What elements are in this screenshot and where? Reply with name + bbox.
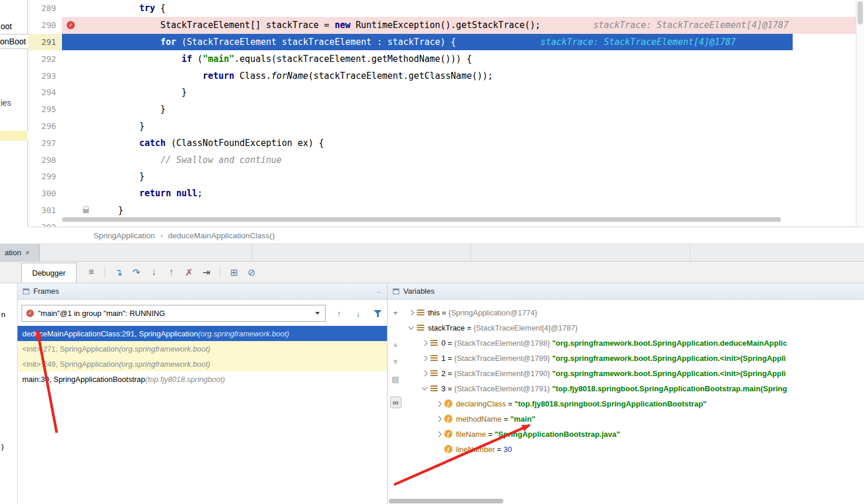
code-text[interactable]: if ("main".equals(stackTraceElement.getM… bbox=[97, 50, 864, 67]
frame-row[interactable]: main:30, SpringApplicationBootstrap (top… bbox=[18, 371, 387, 387]
code-text[interactable]: } bbox=[97, 202, 864, 219]
code-text[interactable]: } bbox=[97, 168, 864, 185]
code-text[interactable]: return null; bbox=[97, 185, 864, 202]
project-tree-fragment: oot bbox=[1, 22, 12, 31]
line-number[interactable]: 294 bbox=[28, 84, 62, 101]
gutter-cell[interactable] bbox=[62, 50, 97, 67]
run-to-cursor-icon[interactable]: ⇥ bbox=[199, 265, 214, 279]
code-segment: for bbox=[160, 37, 176, 47]
variable-row[interactable]: fdeclaringClass = "top.fjy8018.springboo… bbox=[403, 396, 864, 411]
line-number[interactable]: 290 bbox=[28, 17, 62, 34]
thread-selector[interactable]: "main"@1 in group "main": RUNNING bbox=[22, 305, 326, 322]
code-row-bg: return Class.forName(stackTraceElement.g… bbox=[62, 67, 864, 84]
breadcrumb-item[interactable]: SpringApplication bbox=[94, 231, 155, 240]
variable-row[interactable]: 2 = {StackTraceElement@1790} "org.spring… bbox=[403, 366, 864, 381]
chevron-right-icon[interactable] bbox=[422, 370, 428, 376]
code-text[interactable]: StackTraceElement[] stackTrace = new Run… bbox=[97, 17, 864, 34]
line-number[interactable]: 301 bbox=[28, 202, 62, 219]
hide-panel-icon[interactable] bbox=[374, 287, 382, 296]
line-number[interactable]: 293 bbox=[28, 67, 62, 84]
variable-row[interactable]: 1 = {StackTraceElement@1789} "org.spring… bbox=[403, 350, 864, 366]
gutter-cell[interactable] bbox=[62, 101, 97, 118]
line-number[interactable]: 291 bbox=[28, 34, 62, 51]
view-breakpoints-icon[interactable]: ⊞ bbox=[226, 265, 241, 279]
variable-row[interactable]: flineNumber = 30 bbox=[403, 442, 864, 457]
scroll-up-icon[interactable]: ▲ bbox=[390, 338, 402, 350]
code-text[interactable]: } bbox=[97, 84, 864, 101]
line-number[interactable]: 296 bbox=[28, 118, 62, 135]
drop-frame-icon[interactable]: ✗ bbox=[181, 265, 196, 279]
breakpoint-verified-icon[interactable]: ✓ bbox=[67, 21, 75, 29]
frame-row[interactable]: <init>:271, SpringApplication (org.sprin… bbox=[18, 341, 387, 356]
copy-frames-icon[interactable]: ▤ bbox=[390, 373, 402, 385]
code-text[interactable]: return Class.forName(stackTraceElement.g… bbox=[97, 67, 864, 84]
chevron-right-icon[interactable] bbox=[422, 340, 428, 346]
chevron-right-icon[interactable] bbox=[436, 416, 442, 422]
variable-row[interactable]: this = {SpringApplication@1774} bbox=[403, 305, 864, 320]
chevron-down-icon[interactable] bbox=[422, 385, 428, 391]
scrollbar-thumb[interactable] bbox=[858, 1, 863, 25]
code-text[interactable]: try { bbox=[97, 0, 864, 17]
step-into-icon[interactable]: ↓ bbox=[146, 265, 161, 279]
gutter-cell[interactable] bbox=[62, 151, 97, 168]
scrollbar-thumb[interactable] bbox=[62, 217, 781, 222]
gutter-cell[interactable] bbox=[62, 168, 97, 185]
variable-row[interactable]: 3 = {StackTraceElement@1791} "top.fjy801… bbox=[403, 381, 864, 396]
mute-breakpoints-icon[interactable]: ⊘ bbox=[244, 265, 259, 279]
variable-name: declaringClass bbox=[456, 399, 506, 408]
line-number[interactable]: 295 bbox=[28, 101, 62, 118]
add-icon[interactable]: + bbox=[390, 307, 402, 318]
variable-row[interactable]: fmethodName = "main" bbox=[403, 411, 864, 426]
toolwindow-tab[interactable]: ation × bbox=[0, 244, 40, 261]
line-number[interactable]: 289 bbox=[28, 0, 62, 17]
gutter-cell[interactable] bbox=[62, 67, 97, 84]
gutter-cell[interactable] bbox=[62, 134, 97, 151]
gutter-cell[interactable]: ✓ bbox=[62, 17, 97, 34]
code-text[interactable]: catch (ClassNotFoundException ex) { bbox=[97, 134, 864, 151]
chevron-right-icon[interactable] bbox=[436, 431, 442, 437]
code-editor[interactable]: 289 try {290✓ StackTraceElement[] stackT… bbox=[28, 0, 864, 227]
variable-row[interactable]: ffileName = "SpringApplicationBootstrap.… bbox=[403, 426, 864, 442]
show-execution-point-icon[interactable]: ↴ bbox=[111, 265, 126, 279]
editor-vertical-scrollbar[interactable] bbox=[856, 0, 864, 227]
line-number[interactable]: 298 bbox=[28, 151, 62, 168]
step-out-icon[interactable]: ↑ bbox=[164, 265, 179, 279]
breadcrumb-item[interactable]: deduceMainApplicationClass() bbox=[168, 231, 275, 240]
chevron-right-icon[interactable] bbox=[422, 355, 428, 361]
watch-return-values-icon[interactable]: ∞ bbox=[390, 397, 402, 408]
scroll-down-icon[interactable]: ▼ bbox=[390, 356, 402, 367]
gutter-cell[interactable] bbox=[62, 84, 97, 101]
settings-menu-icon[interactable]: ≡ bbox=[84, 265, 99, 279]
close-icon[interactable]: × bbox=[25, 248, 30, 257]
variable-row[interactable]: stackTrace = {StackTraceElement[4]@1787} bbox=[403, 320, 864, 335]
frame-row[interactable]: deduceMainApplicationClass:291, SpringAp… bbox=[18, 326, 387, 341]
line-number[interactable]: 302 bbox=[28, 218, 62, 227]
chevron-right-icon[interactable] bbox=[436, 401, 442, 406]
chevron-right-icon[interactable] bbox=[409, 310, 414, 315]
frame-down-icon[interactable]: ↓ bbox=[351, 307, 365, 321]
line-number[interactable]: 297 bbox=[28, 134, 62, 151]
filter-icon[interactable] bbox=[374, 309, 382, 318]
step-over-icon[interactable]: ↷ bbox=[129, 265, 144, 279]
gutter-cell[interactable] bbox=[62, 118, 97, 135]
chevron-down-icon[interactable] bbox=[409, 324, 414, 330]
line-number[interactable]: 292 bbox=[28, 50, 62, 67]
gutter-cell[interactable] bbox=[62, 34, 97, 51]
line-number[interactable]: 299 bbox=[28, 168, 62, 185]
gutter-cell[interactable] bbox=[62, 202, 97, 219]
code-text[interactable]: } bbox=[97, 118, 864, 135]
code-text[interactable]: // Swallow and continue bbox=[97, 151, 864, 168]
variables-horizontal-scrollbar[interactable] bbox=[389, 499, 623, 503]
variable-row[interactable]: 0 = {StackTraceElement@1788} "org.spring… bbox=[403, 335, 864, 350]
gutter-cell[interactable] bbox=[62, 0, 97, 17]
code-text[interactable]: } bbox=[97, 101, 864, 118]
frame-row[interactable]: <init>:249, SpringApplication (org.sprin… bbox=[18, 356, 387, 371]
line-number[interactable]: 300 bbox=[28, 185, 62, 202]
chevron-down-icon[interactable] bbox=[315, 312, 320, 315]
scrollbar-thumb[interactable] bbox=[389, 499, 503, 503]
frame-up-icon[interactable]: ↑ bbox=[332, 307, 346, 321]
code-text[interactable]: for (StackTraceElement stackTraceElement… bbox=[97, 34, 864, 51]
tab-debugger[interactable]: Debugger bbox=[21, 263, 77, 283]
gutter-cell[interactable] bbox=[62, 185, 97, 202]
editor-horizontal-scrollbar[interactable] bbox=[62, 217, 816, 223]
